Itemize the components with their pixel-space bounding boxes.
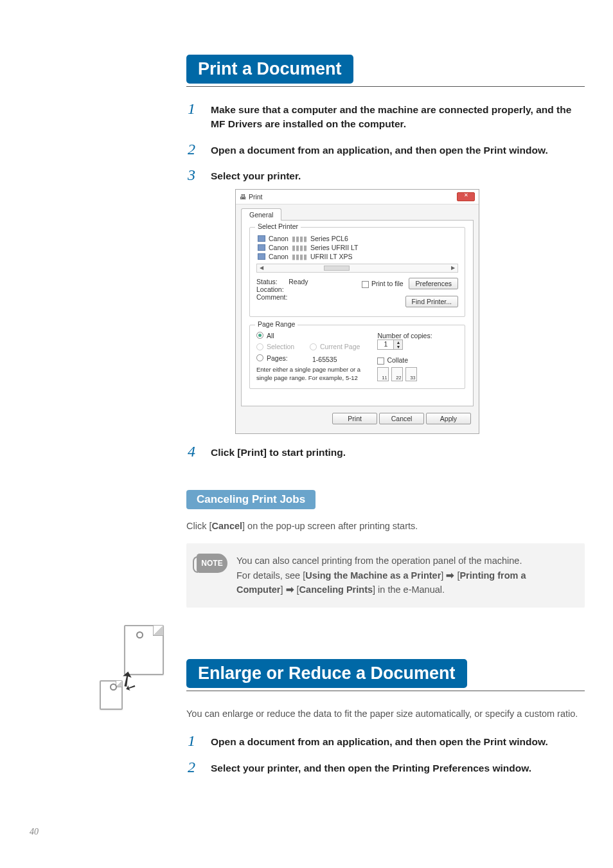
status-value: Ready [289, 278, 308, 285]
section-title-print: Print a Document [186, 55, 353, 84]
subsection-title: Canceling Print Jobs [186, 490, 315, 509]
subsection-body: Click [Cancel] on the pop-up screen afte… [186, 520, 585, 534]
step-text: Click [Print] to start printing. [211, 446, 585, 460]
step-text: Select your printer. [211, 169, 585, 183]
printer-icon [258, 253, 265, 260]
apply-button[interactable]: Apply [426, 413, 471, 424]
printer-item[interactable]: Canon▮▮▮▮Series PCL6 [256, 234, 458, 243]
scrollbar[interactable]: ◀▶ [256, 264, 458, 273]
print-steps: Make sure that a computer and the machin… [186, 103, 585, 460]
close-icon[interactable] [457, 192, 475, 201]
step-text: Select your printer, and then open the P… [211, 761, 585, 775]
location-label: Location: [256, 285, 308, 293]
step-4: Click [Print] to start printing. [186, 446, 585, 460]
radio-pages[interactable]: Pages: [256, 354, 288, 362]
enlarge-reduce-icon: ➚ ➘ [100, 625, 164, 715]
collate-icons: 11 22 33 [377, 367, 417, 381]
copies-label: Number of copies: [377, 332, 432, 339]
section-title-enlarge: Enlarge or Reduce a Document [186, 659, 467, 688]
group-select-printer: Select Printer [255, 222, 301, 230]
printer-icon [258, 235, 265, 242]
step-text: Make sure that a computer and the machin… [211, 103, 585, 132]
step-1: Open a document from an application, and… [186, 735, 585, 749]
note-box: NOTE You can also cancel printing from t… [186, 543, 585, 607]
section2-intro: You can enlarge or reduce the data to fi… [186, 707, 585, 721]
step-3: Select your printer. 🖶 Print General Sel… [186, 169, 585, 434]
step-2: Select your printer, and then open the P… [186, 761, 585, 775]
radio-all[interactable]: All [256, 332, 274, 339]
radio-current: Current Page [310, 343, 360, 350]
pages-value: 1-65535 [312, 355, 337, 363]
collate-checkbox[interactable] [377, 357, 384, 365]
page-number: 40 [30, 827, 39, 837]
cancel-button[interactable]: Cancel [379, 413, 424, 424]
step-2: Open a document from an application, and… [186, 143, 585, 158]
dialog-title: 🖶 Print [240, 193, 263, 201]
print-button[interactable]: Print [332, 413, 377, 424]
print-dialog-screenshot: 🖶 Print General Select Printer Canon▮▮▮▮… [235, 189, 585, 434]
step-text: Open a document from an application, and… [211, 143, 585, 158]
preferences-button[interactable]: Preferences [409, 278, 458, 289]
arrow-icon: ➡ [286, 584, 294, 595]
step-text: Open a document from an application, and… [211, 735, 585, 749]
copies-spinner[interactable]: 1▲▼ [377, 339, 403, 350]
print-to-file-label: Print to file [371, 280, 404, 287]
step-1: Make sure that a computer and the machin… [186, 103, 585, 132]
comment-label: Comment: [256, 293, 308, 301]
find-printer-button[interactable]: Find Printer... [405, 296, 458, 307]
collate-label: Collate [387, 356, 408, 364]
page-range-hint: Enter either a single page number or a s… [256, 366, 373, 382]
printer-icon [258, 244, 265, 251]
tab-general[interactable]: General [241, 208, 281, 221]
printer-item[interactable]: Canon▮▮▮▮Series UFRII LT [256, 243, 458, 252]
status-label: Status: [256, 278, 278, 285]
note-line2: For details, see [Using the Machine as a… [236, 568, 574, 597]
note-badge: NOTE [197, 554, 227, 573]
print-to-file-checkbox[interactable] [362, 281, 369, 288]
enlarge-steps: Open a document from an application, and… [186, 735, 585, 775]
printer-item[interactable]: Canon▮▮▮▮UFRII LT XPS [256, 252, 458, 261]
note-line1: You can also cancel printing from the op… [236, 554, 574, 568]
group-page-range: Page Range [255, 320, 298, 328]
radio-selection: Selection [256, 343, 294, 350]
arrow-icon: ➡ [446, 570, 454, 581]
